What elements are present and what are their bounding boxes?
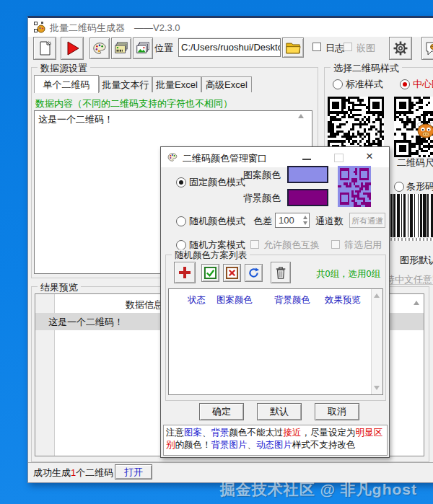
open-folder-button[interactable]: 打开	[115, 464, 152, 479]
color-manager-dialog: 二维码颜色管理窗口 × 固定颜色模式 图案颜色 背景颜色 随机颜色模式 色差 1…	[160, 146, 390, 458]
tab-advanced-excel[interactable]: 高级Excel	[201, 76, 252, 92]
color-button[interactable]	[89, 37, 110, 59]
listbox-scrollbar[interactable]	[371, 289, 382, 394]
browse-folder-button[interactable]	[282, 37, 304, 58]
listbox-scroll-down-icon[interactable]	[374, 386, 380, 390]
image-stack-icon	[135, 40, 151, 56]
chroma-spinner[interactable]: 100	[275, 213, 310, 228]
filter-checkbox[interactable]	[331, 240, 340, 249]
status-bar: 成功生成1个二维码！ 打开	[28, 462, 433, 482]
tab-batch-text[interactable]: 批量文本行	[99, 76, 152, 92]
standard-style-label: 标准样式	[346, 78, 383, 91]
pattern-color-swatch[interactable]	[287, 166, 328, 183]
datasource-group-title: 数据源设置	[38, 62, 90, 75]
refresh-button[interactable]	[245, 264, 263, 282]
output-path-input[interactable]: C:/Users/ruoshui/Desktc	[178, 38, 281, 57]
swap-checkbox[interactable]	[250, 240, 259, 249]
gear-icon	[392, 40, 409, 57]
barcode-style-radio[interactable]	[394, 182, 404, 192]
app-icon	[34, 22, 45, 33]
scheme-listbox[interactable]: 状态 图案颜色 背景颜色 效果预览	[168, 288, 383, 395]
spinner-down-icon[interactable]	[303, 221, 307, 225]
new-file-button[interactable]	[33, 37, 56, 60]
dialog-title: 二维码颜色管理窗口	[183, 152, 267, 165]
dialog-titlebar[interactable]: 二维码颜色管理窗口 ×	[161, 147, 389, 167]
desktop-watermark: 掘金技术社区 @ 非凡ghost	[220, 479, 417, 500]
status-message: 成功生成1个二维码！	[33, 467, 123, 479]
minimize-button[interactable]	[302, 159, 311, 160]
channel-dropdown[interactable]: 所有通道	[349, 213, 385, 228]
check-icon	[204, 267, 216, 279]
plus-icon	[178, 265, 192, 280]
col-status: 状态	[188, 294, 206, 306]
listbox-scroll-up-icon[interactable]	[374, 293, 380, 298]
fixed-mode-label: 固定颜色模式	[189, 176, 245, 189]
close-button[interactable]: ×	[366, 149, 373, 164]
style-hint-fragment: 持中文任意字	[385, 273, 433, 286]
background-color-swatch[interactable]	[287, 189, 328, 206]
qr-size-label: 二维码尺寸	[397, 156, 433, 169]
background-color-label: 背景颜色	[243, 192, 281, 205]
ok-button[interactable]: 确定	[199, 403, 244, 420]
maximize-button[interactable]	[334, 154, 344, 162]
log-checkbox[interactable]	[312, 43, 321, 51]
trash-icon	[274, 265, 287, 280]
col-pattern-color: 图案颜色	[216, 294, 253, 306]
col-effect-preview: 效果预览	[325, 294, 361, 306]
center-style-radio[interactable]	[400, 79, 410, 89]
center-style-label: 中心图标	[413, 78, 433, 91]
graphic-default-label: 图形默认	[400, 254, 433, 267]
fixed-mode-radio[interactable]	[176, 177, 186, 187]
dropdown-chevron-icon	[377, 218, 383, 222]
pattern-color-label: 图案颜色	[243, 169, 281, 182]
spinner-up-icon[interactable]	[303, 216, 307, 219]
feedback-button[interactable]	[421, 37, 433, 60]
desktop: 批量二维码生成器 ——V2.3.0	[0, 0, 433, 504]
generate-button[interactable]	[61, 37, 84, 60]
channel-label: 通道数	[315, 215, 344, 228]
batch-images-button[interactable]	[133, 37, 153, 59]
filter-checkbox-label: 筛选启用	[344, 239, 382, 252]
scheme-mode-radio[interactable]	[176, 240, 186, 250]
style-group-title: 选择二维码样式	[331, 62, 402, 75]
random-mode-label: 随机颜色模式	[189, 215, 245, 228]
chat-bubble-icon	[424, 40, 433, 57]
card-stack-icon	[113, 40, 129, 56]
settings-button[interactable]	[389, 37, 412, 60]
embed-checkbox[interactable]	[344, 43, 352, 51]
default-button[interactable]: 默认	[257, 403, 302, 420]
chroma-label: 色差	[253, 215, 272, 228]
refresh-icon	[248, 267, 260, 279]
scheme-count-text: 共0组，选用0组	[316, 268, 380, 280]
data-content-hint: 数据内容（不同的二维码支持的字符也不相同）	[35, 97, 232, 110]
result-group-title: 结果预览	[38, 281, 81, 294]
delete-scheme-button[interactable]	[271, 262, 291, 283]
add-scheme-button[interactable]	[174, 262, 196, 283]
batch-cards-button[interactable]	[111, 37, 131, 59]
table-column-header[interactable]: 数据信息	[126, 299, 163, 311]
barcode-style-label: 条形码样	[406, 180, 433, 193]
x-box-icon	[226, 267, 238, 279]
table-row-value: 这是一个二维码！	[48, 316, 123, 329]
new-file-icon	[36, 40, 53, 57]
tab-batch-excel[interactable]: 批量Excel	[152, 76, 201, 92]
log-checkbox-label: 日志	[325, 42, 344, 55]
deselect-button[interactable]	[223, 264, 241, 282]
textarea-scroll-up-icon[interactable]	[298, 114, 304, 118]
table-scroll-up-icon[interactable]	[414, 301, 419, 305]
standard-style-radio[interactable]	[333, 79, 343, 89]
swap-checkbox-label: 允许颜色互换	[263, 239, 320, 252]
embed-checkbox-label: 嵌图	[357, 42, 375, 55]
dialog-warning-text: 注意图案、背景颜色不能太过接近，尽量设定为明显区别的颜色！背景图片、动态图片样式…	[163, 425, 388, 456]
main-titlebar[interactable]: 批量二维码生成器 ——V2.3.0	[28, 18, 433, 37]
random-mode-radio[interactable]	[176, 216, 186, 226]
folder-icon	[285, 41, 301, 55]
dialog-qr-preview	[338, 166, 371, 207]
dialog-palette-icon	[167, 151, 178, 163]
qr-center-mascot-icon	[415, 120, 433, 140]
select-all-button[interactable]	[201, 264, 219, 282]
cancel-button[interactable]: 取消	[315, 403, 359, 420]
col-background-color: 背景颜色	[274, 294, 310, 306]
scheme-list-title: 随机颜色方案列表	[172, 249, 250, 262]
tab-single-qr[interactable]: 单个二维码	[34, 75, 99, 93]
